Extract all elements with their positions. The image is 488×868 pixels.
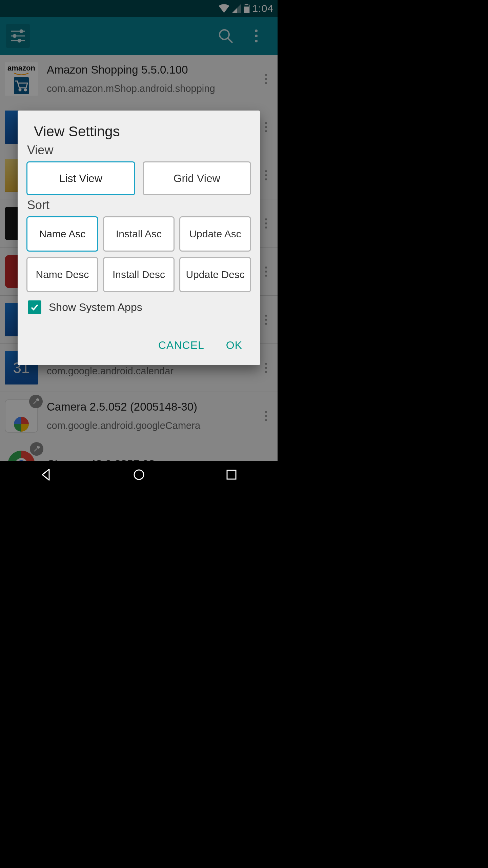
grid-view-option[interactable]: Grid View	[143, 161, 251, 195]
home-button[interactable]	[108, 465, 169, 485]
view-section-label: View	[26, 143, 251, 157]
show-system-label: Show System Apps	[49, 301, 142, 314]
sort-update-asc-option[interactable]: Update Asc	[179, 216, 251, 252]
sort-install-desc-option[interactable]: Install Desc	[103, 257, 175, 292]
svg-point-42	[134, 470, 144, 479]
sort-install-asc-option[interactable]: Install Asc	[103, 216, 175, 252]
sort-update-desc-option[interactable]: Update Desc	[179, 257, 251, 292]
sort-section-label: Sort	[26, 198, 251, 212]
navigation-bar	[0, 461, 278, 488]
show-system-checkbox[interactable]	[28, 300, 41, 314]
sort-name-desc-option[interactable]: Name Desc	[26, 257, 98, 292]
check-icon	[30, 302, 39, 312]
sort-name-asc-option[interactable]: Name Asc	[26, 216, 98, 252]
cancel-button[interactable]: CANCEL	[155, 334, 208, 356]
view-settings-dialog: View Settings View List View Grid View S…	[18, 111, 260, 365]
back-icon	[40, 468, 53, 481]
recents-icon	[225, 469, 238, 481]
recents-button[interactable]	[201, 465, 262, 485]
home-icon	[132, 468, 146, 481]
back-button[interactable]	[16, 465, 77, 485]
dialog-title: View Settings	[34, 123, 251, 140]
svg-rect-43	[227, 470, 236, 479]
list-view-option[interactable]: List View	[26, 161, 135, 195]
ok-button[interactable]: OK	[223, 334, 246, 356]
